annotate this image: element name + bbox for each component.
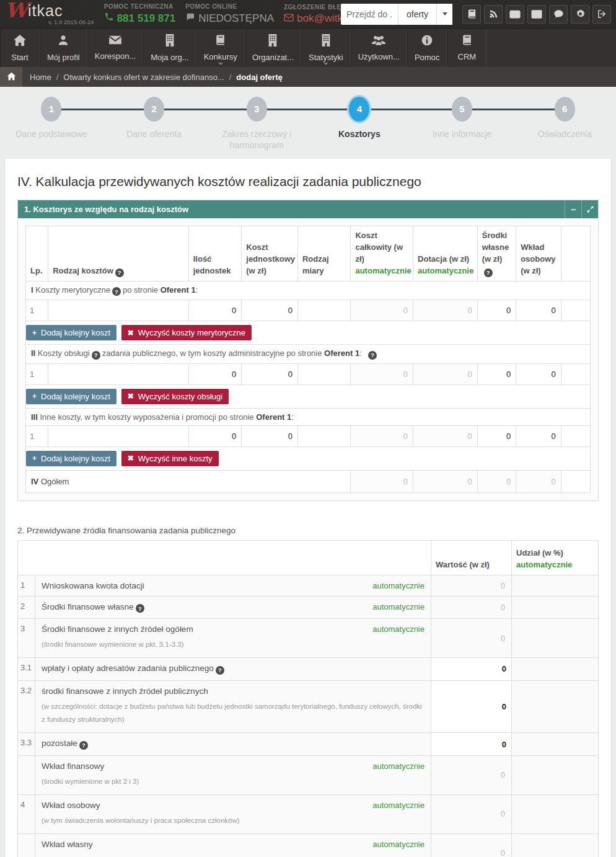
funding-value: 0 [431, 794, 512, 833]
row-number: 1 [26, 425, 48, 446]
step-4-circle[interactable]: 4 [349, 97, 369, 122]
envelope-icon [108, 35, 122, 48]
app-logo[interactable]: Witkac v. 1.0 2015-06-24 [5, 2, 94, 25]
personal-input-input[interactable] [516, 426, 560, 446]
nav-item-organizatorzy[interactable]: Organizat... [245, 29, 301, 67]
rss-icon[interactable] [484, 5, 503, 24]
quantity-input[interactable] [189, 364, 242, 384]
nav-item-uzytkownicy[interactable]: Użytkown... [351, 29, 407, 67]
col-header-dotacja: Dotacja (w zł)automatycznie [413, 226, 478, 281]
clear-costs-button[interactable]: ✖Wyczyść inne koszty [121, 451, 219, 466]
personal-input-input[interactable] [516, 301, 560, 321]
breadcrumb-item-konkurs[interactable]: Otwarty konkurs ofert w zakresie dofinan… [63, 73, 224, 82]
funding-share [512, 755, 599, 794]
step-3-circle[interactable]: 3 [247, 97, 267, 122]
own-funds-input[interactable] [478, 301, 516, 321]
bug-report-email[interactable]: bok@witka [284, 12, 341, 25]
breadcrumb-item-home[interactable]: Home [30, 73, 51, 82]
measure-input[interactable] [298, 301, 351, 321]
step-3: 3 Zakres rzeczowy i harmonogram [205, 97, 308, 151]
funding-sources-table: Wartość (w zł) Udział (w %)automatycznie… [17, 540, 599, 857]
online-support: POMOC ONLINE NIEDOSTĘPNA [185, 3, 274, 25]
envelope-icon[interactable] [527, 5, 546, 24]
own-funds-input[interactable] [478, 364, 516, 384]
help-icon[interactable]: ? [216, 666, 224, 675]
gear-icon[interactable] [571, 5, 589, 24]
add-cost-button[interactable]: +Dodaj kolejny koszt [26, 325, 117, 340]
quantity-input[interactable] [189, 426, 242, 446]
nav-item-moja-organizacja[interactable]: Moja org... [143, 29, 196, 67]
grant-value: 0 [413, 363, 478, 384]
main-nav: Start Mój profil Korespon... Moja org...… [0, 28, 616, 67]
expand-icon[interactable] [581, 200, 598, 218]
chevron-down-icon [442, 12, 447, 16]
banknote-icon[interactable] [506, 5, 524, 24]
unit-cost-input[interactable] [242, 426, 297, 446]
breadcrumb-home-button[interactable] [0, 67, 22, 87]
help-icon[interactable]: ? [484, 269, 493, 277]
funding-value-input[interactable] [431, 696, 511, 716]
personal-input-input[interactable] [516, 364, 560, 384]
online-support-status: NIEDOSTĘPNA [185, 12, 274, 25]
funding-value-input[interactable] [431, 734, 511, 754]
clear-costs-button[interactable]: ✖Wyczyść koszty merytoryczne [121, 325, 252, 340]
cost-name-input[interactable] [48, 301, 188, 321]
section-actions: +Dodaj kolejny koszt ✖Wyczyść inne koszt… [26, 446, 591, 470]
logout-icon[interactable] [592, 5, 611, 24]
step-6-circle[interactable]: 6 [555, 97, 575, 122]
funding-value-input[interactable] [431, 659, 511, 679]
nav-item-korespondencja[interactable]: Korespon... [87, 29, 144, 67]
search-input[interactable] [341, 4, 398, 25]
section-header-koszty-merytoryczne: I Koszty merytoryczne?po stronie Oferent… [26, 281, 591, 300]
step-6-label: Oświadczenia [528, 128, 601, 140]
help-icon[interactable]: ? [368, 351, 377, 360]
auto-label: automatycznie [372, 801, 425, 810]
search-scope-caret-button[interactable] [436, 4, 452, 25]
measure-input[interactable] [298, 426, 351, 446]
help-icon[interactable]: ? [136, 604, 144, 613]
step-2-circle[interactable]: 2 [144, 97, 164, 122]
section-actions: +Dodaj kolejny koszt ✖Wyczyść koszty mer… [26, 321, 591, 345]
nav-item-konkursy[interactable]: Konkursy [196, 29, 245, 67]
grand-total-personal: 0 [516, 470, 561, 492]
unit-cost-input[interactable] [242, 301, 297, 321]
auto-label: automatycznie [516, 559, 594, 571]
own-funds-input[interactable] [478, 426, 516, 446]
tech-support: POMOC TECHNICZNA 881 519 871 [104, 3, 176, 25]
chat-bubble-icon [185, 12, 195, 25]
book-icon [214, 34, 226, 48]
collapse-icon[interactable]: − [565, 200, 581, 218]
quantity-input[interactable] [189, 301, 242, 321]
x-icon: ✖ [128, 454, 134, 463]
measure-input[interactable] [298, 364, 351, 384]
funding-row-3-3: 3.3 pozostałe? [18, 733, 599, 756]
clear-costs-button[interactable]: ✖Wyczyść koszty obsługi [121, 389, 229, 404]
help-icon[interactable]: ? [79, 741, 88, 750]
funding-value: 0 [431, 755, 512, 794]
cost-name-input[interactable] [48, 364, 188, 384]
nav-item-pomoc[interactable]: Pomoc [407, 29, 447, 67]
cost-name-input[interactable] [48, 426, 188, 446]
nav-item-crm[interactable]: CRM [447, 29, 486, 67]
total-cost-value: 0 [351, 425, 413, 446]
logo-text: itkac [28, 3, 63, 19]
add-cost-button[interactable]: +Dodaj kolejny koszt [26, 389, 117, 404]
step-5-circle[interactable]: 5 [452, 97, 472, 122]
step-1-circle[interactable]: 1 [41, 97, 61, 122]
funding-row-wklad-finansowy: Wkład finansowyautomatycznie(środki wymi… [18, 755, 599, 794]
user-icon [57, 34, 69, 49]
nav-item-start[interactable]: Start [0, 29, 40, 67]
help-icon[interactable]: ? [112, 287, 121, 296]
nav-item-moj-profil[interactable]: Mój profil [40, 29, 87, 67]
add-cost-button[interactable]: +Dodaj kolejny koszt [26, 451, 117, 466]
help-icon[interactable]: ? [115, 269, 124, 277]
col-header-koszt-jednostkowy: Koszt jednostkowy (w zł) [242, 226, 298, 281]
book-icon[interactable] [462, 5, 481, 24]
comment-icon[interactable] [549, 5, 568, 24]
main-content: IV. Kalkulacja przewidywanych kosztów re… [5, 159, 611, 857]
nav-item-statystyki[interactable]: Statystyki [301, 29, 351, 67]
help-icon[interactable]: ? [92, 351, 100, 360]
search-scope-button[interactable]: oferty [398, 4, 436, 25]
funding-share [512, 833, 599, 857]
unit-cost-input[interactable] [242, 364, 297, 384]
